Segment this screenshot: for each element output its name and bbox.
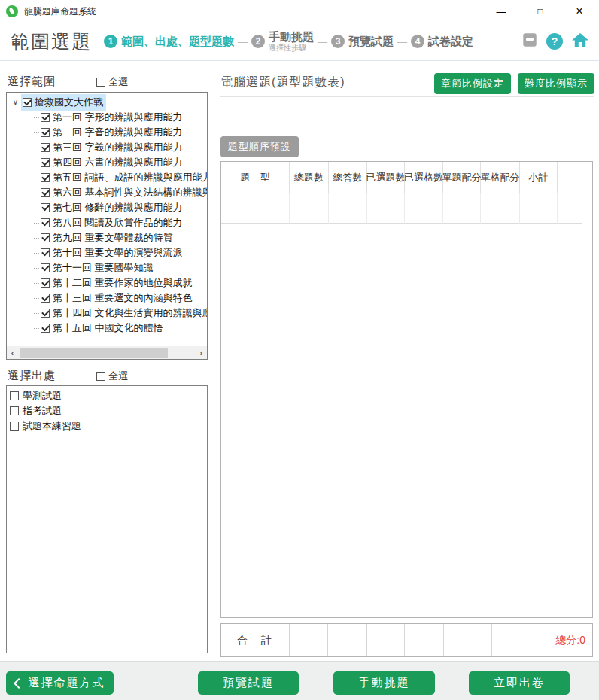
window-controls: — □ × (482, 0, 599, 23)
total-score-label: 總分:0 (555, 634, 585, 647)
table-cell (443, 193, 481, 224)
source-item[interactable]: 試題本練習題 (7, 418, 207, 434)
maximize-button[interactable]: □ (521, 0, 560, 23)
table-cell (221, 193, 290, 224)
difficulty-ratio-button[interactable]: 難度比例顯示 (518, 73, 594, 94)
step-1-range[interactable]: 1 範圍、出處、題型題數 (104, 35, 234, 49)
tree-item[interactable]: 第十五回 中國文化的體悟 (32, 321, 207, 336)
step-separator: — (397, 36, 407, 47)
save-icon[interactable] (521, 32, 538, 51)
help-icon[interactable]: ? (546, 33, 563, 50)
range-select-all[interactable]: 全選 (96, 75, 128, 89)
wizard-steps: 1 範圍、出處、題型題數 — 2 手動挑題 選擇性步驟 — 3 預覽試題 — 4… (104, 31, 473, 52)
source-select-all-label: 全選 (108, 370, 128, 383)
total-cell (444, 624, 492, 656)
step-2-manual-pick[interactable]: 2 手動挑題 選擇性步驟 (251, 31, 314, 52)
tree-item-checkbox[interactable] (41, 324, 50, 333)
tree-item[interactable]: 第三回 字義的辨識與應用能力 (32, 140, 207, 155)
step-4-paper-settings[interactable]: 4 試卷設定 (411, 35, 473, 49)
preview-questions-button[interactable]: 預覽試題 (198, 671, 299, 695)
manual-pick-button[interactable]: 手動挑題 (333, 671, 435, 695)
total-cell (367, 624, 405, 656)
tree-item[interactable]: 第十三回 重要選文的內涵與特色 (32, 291, 207, 306)
source-item[interactable]: 學測試題 (7, 388, 207, 403)
range-select-all-checkbox[interactable] (96, 78, 105, 87)
scroll-left-icon[interactable]: ‹ (7, 346, 19, 359)
tree-item-checkbox[interactable] (41, 218, 50, 227)
chapter-ratio-button[interactable]: 章節比例設定 (434, 73, 511, 94)
wizard-header: 範圍選題 1 範圍、出處、題型題數 — 2 手動挑題 選擇性步驟 — 3 預覽試… (0, 23, 599, 61)
close-button[interactable]: × (560, 0, 599, 23)
tree-item[interactable]: 第一回 字形的辨識與應用能力 (32, 110, 207, 125)
column-header: 已選格數 (405, 162, 443, 193)
app-logo-icon (6, 5, 18, 17)
tree-children: 第一回 字形的辨識與應用能力 第二回 字音的辨識與應用能力 第三回 字義的辨識與… (32, 110, 207, 336)
column-header: 小計 (520, 162, 558, 193)
tree-root-selected[interactable]: 搶救國文大作戰 (21, 94, 106, 111)
tree-item-checkbox[interactable] (41, 173, 50, 182)
step-separator: — (318, 36, 327, 47)
scrollbar-thumb[interactable] (20, 348, 168, 358)
back-chevron-icon (13, 677, 23, 688)
tree-item-checkbox[interactable] (41, 113, 50, 122)
tree-item-label: 第十二回 重要作家的地位與成就 (53, 276, 193, 290)
home-icon[interactable] (571, 32, 589, 52)
step-1-number: 1 (104, 35, 117, 48)
tree-item-checkbox[interactable] (41, 143, 50, 152)
tree-item[interactable]: 第二回 字音的辨識與應用能力 (32, 125, 207, 140)
horizontal-scrollbar[interactable]: ‹ › (7, 346, 207, 359)
tree-item[interactable]: 第六回 基本詞性與文法結構的辨識與 (32, 185, 207, 200)
tree-item-label: 第四回 六書的辨識與應用能力 (53, 156, 183, 169)
scroll-right-icon[interactable]: › (195, 346, 207, 359)
tree-root-checkbox[interactable] (23, 98, 32, 107)
tree-item[interactable]: 第十二回 重要作家的地位與成就 (32, 275, 207, 291)
source-section-title: 選擇出處 (8, 369, 96, 383)
tree-item-checkbox[interactable] (41, 309, 50, 318)
tree-item-label: 第十四回 文化與生活實用的辨識與應 (53, 306, 208, 320)
source-select-all-checkbox[interactable] (96, 372, 105, 381)
tree-item[interactable]: 第十四回 文化與生活實用的辨識與應 (32, 306, 207, 321)
tree-item[interactable]: 第八回 閱讀及欣賞作品的能力 (32, 215, 207, 230)
tree-item-checkbox[interactable] (41, 263, 50, 272)
step-3-preview[interactable]: 3 預覽試題 (331, 35, 394, 49)
step-1-label: 範圍、出處、題型題數 (121, 35, 234, 49)
total-label: 合 計 (221, 634, 289, 647)
tree-item-checkbox[interactable] (41, 203, 50, 212)
tree-item[interactable]: 第九回 重要文學體裁的特質 (32, 230, 207, 245)
generate-paper-button[interactable]: 立即出卷 (469, 671, 570, 695)
source-select-all[interactable]: 全選 (96, 370, 128, 383)
back-to-method-button[interactable]: 選擇命題方式 (6, 671, 114, 695)
tree-item-checkbox[interactable] (41, 248, 50, 257)
column-header: 總題數 (290, 162, 329, 193)
tree-item-checkbox[interactable] (41, 128, 50, 137)
tree-item[interactable]: 第四回 六書的辨識與應用能力 (32, 155, 207, 170)
tree-item[interactable]: 第七回 修辭的辨識與應用能力 (32, 200, 207, 215)
tree-item-label: 第三回 字義的辨識與應用能力 (53, 141, 183, 154)
tree-item-checkbox[interactable] (41, 294, 50, 303)
source-item-label: 試題本練習題 (23, 419, 81, 433)
tree-root-row[interactable]: ∨ 搶救國文大作戰 (7, 94, 207, 110)
question-order-preset-button[interactable]: 題型順序預設 (220, 136, 299, 157)
source-section-header: 選擇出處 全選 (8, 369, 208, 383)
tree-item-checkbox[interactable] (41, 233, 50, 242)
total-score-cell: 總分:0 (555, 624, 592, 656)
source-item-checkbox[interactable] (10, 422, 19, 431)
tree-item-checkbox[interactable] (41, 188, 50, 197)
tree-item[interactable]: 第十一回 重要國學知識 (32, 260, 207, 275)
question-type-table-empty-row (221, 193, 592, 224)
tree-item-checkbox[interactable] (41, 158, 50, 167)
column-header: 單題配分 (443, 162, 481, 193)
tree-collapse-icon[interactable]: ∨ (10, 98, 21, 106)
source-item-checkbox[interactable] (10, 406, 19, 415)
tree-item[interactable]: 第十回 重要文學的演變與流派 (32, 245, 207, 260)
question-type-table-header: 題 型 總題數 總答數 已選題數 已選格數 單題配分 單格配分 小計 (221, 162, 592, 193)
source-item-checkbox[interactable] (10, 391, 19, 400)
table-cell (329, 193, 367, 224)
tree-item-checkbox[interactable] (41, 278, 50, 288)
source-item-label: 指考試題 (23, 404, 62, 418)
minimize-button[interactable]: — (482, 0, 521, 23)
source-item[interactable]: 指考試題 (7, 403, 207, 418)
tree-item[interactable]: 第五回 詞語、成語的辨識與應用能力 (32, 170, 207, 185)
range-tree: ∨ 搶救國文大作戰 第一回 字形的辨識與應用能力 第二回 字音的辨識與應用能力 … (6, 92, 208, 360)
source-list: 學測試題 指考試題 試題本練習題 (6, 385, 208, 653)
